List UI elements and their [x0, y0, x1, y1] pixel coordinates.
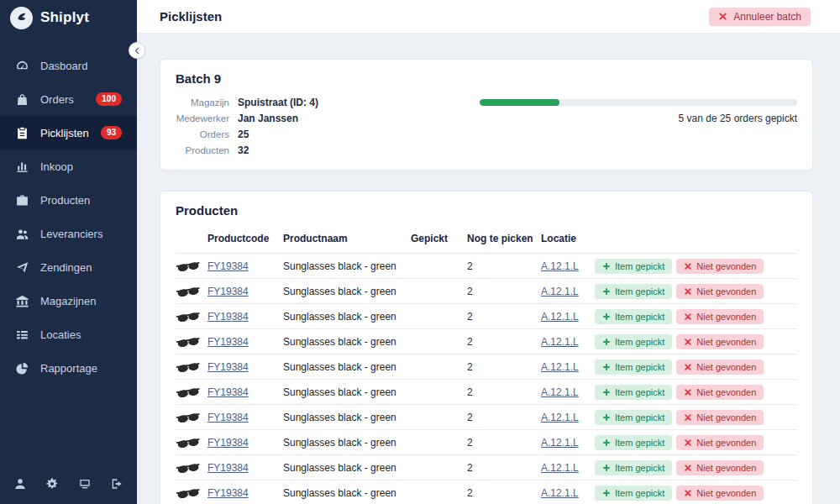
- sidebar-item-producten[interactable]: Producten: [0, 183, 137, 217]
- item-picked-button[interactable]: Item gepickt: [595, 460, 672, 475]
- product-location-link[interactable]: A.12.1.L: [541, 386, 595, 398]
- table-row: FY19384 Sunglasses black - green 2 A.12.…: [176, 404, 797, 429]
- not-found-button[interactable]: Niet gevonden: [676, 460, 764, 475]
- product-location-link[interactable]: A.12.1.L: [541, 336, 595, 348]
- product-name: Sunglasses black - green: [283, 487, 411, 499]
- sidebar-collapse-button[interactable]: [129, 42, 145, 59]
- not-found-button[interactable]: Niet gevonden: [676, 360, 764, 375]
- product-code-link[interactable]: FY19384: [207, 361, 283, 373]
- logout-button[interactable]: [110, 477, 123, 491]
- not-found-button[interactable]: Niet gevonden: [676, 284, 764, 299]
- sidebar-item-magazijnen[interactable]: Magazijnen: [0, 284, 137, 318]
- product-location-link[interactable]: A.12.1.L: [541, 412, 595, 423]
- dashboard-icon: [15, 59, 29, 73]
- products-card: Producten Productcode Productnaam Gepick…: [160, 191, 813, 504]
- not-found-label: Niet gevonden: [696, 362, 756, 372]
- x-icon: [718, 12, 727, 21]
- product-location-link[interactable]: A.12.1.L: [541, 311, 595, 323]
- x-icon: [684, 464, 692, 472]
- page-title: Picklijsten: [160, 9, 222, 24]
- row-actions: Item gepickt Niet gevonden: [595, 360, 797, 375]
- item-picked-button[interactable]: Item gepickt: [595, 410, 672, 425]
- app-root: Shiplyt Dasboard Orders 100 Picklijsten …: [0, 0, 840, 504]
- product-name: Sunglasses black - green: [283, 311, 411, 323]
- not-found-button[interactable]: Niet gevonden: [676, 435, 764, 450]
- col-gepickt: Gepickt: [411, 233, 467, 244]
- product-code-link[interactable]: FY19384: [207, 412, 283, 423]
- product-code-link[interactable]: FY19384: [207, 260, 283, 272]
- row-actions: Item gepickt Niet gevonden: [595, 385, 797, 400]
- product-name: Sunglasses black - green: [283, 437, 411, 449]
- plus-icon: [602, 438, 611, 447]
- product-name: Sunglasses black - green: [283, 462, 411, 474]
- item-picked-label: Item gepickt: [615, 312, 664, 322]
- warehouses-icon: [15, 294, 29, 308]
- sidebar-item-zendingen[interactable]: Zendingen: [0, 250, 137, 284]
- batch-field-label: Medewerker: [176, 113, 229, 124]
- user-button[interactable]: [13, 477, 27, 491]
- plus-icon: [602, 312, 611, 321]
- not-found-label: Niet gevonden: [696, 463, 756, 473]
- product-location-link[interactable]: A.12.1.L: [541, 462, 595, 474]
- product-image-sunglasses: [176, 487, 207, 499]
- table-row: FY19384 Sunglasses black - green 2 A.12.…: [176, 253, 797, 278]
- item-picked-button[interactable]: Item gepickt: [595, 435, 672, 450]
- item-picked-button[interactable]: Item gepickt: [595, 309, 672, 324]
- col-productcode: Productcode: [207, 233, 283, 244]
- shiplyt-logo-icon: [10, 7, 33, 29]
- product-location-link[interactable]: A.12.1.L: [541, 437, 595, 449]
- item-picked-button[interactable]: Item gepickt: [595, 334, 672, 349]
- cancel-batch-button[interactable]: Annuleer batch: [709, 8, 811, 26]
- settings-button[interactable]: [45, 477, 59, 491]
- product-location-link[interactable]: A.12.1.L: [541, 487, 595, 499]
- row-actions: Item gepickt Niet gevonden: [595, 284, 797, 299]
- table-row: FY19384 Sunglasses black - green 2 A.12.…: [176, 429, 797, 454]
- not-found-button[interactable]: Niet gevonden: [676, 410, 764, 425]
- product-code-link[interactable]: FY19384: [207, 286, 283, 297]
- x-icon: [684, 388, 692, 396]
- item-picked-button[interactable]: Item gepickt: [595, 259, 672, 274]
- not-found-button[interactable]: Niet gevonden: [676, 259, 764, 274]
- product-name: Sunglasses black - green: [283, 361, 411, 373]
- not-found-button[interactable]: Niet gevonden: [676, 385, 764, 400]
- table-row: FY19384 Sunglasses black - green 2 A.12.…: [176, 379, 797, 404]
- scanner-button[interactable]: [78, 477, 92, 491]
- item-picked-button[interactable]: Item gepickt: [595, 385, 672, 400]
- item-picked-button[interactable]: Item gepickt: [595, 284, 672, 299]
- not-found-button[interactable]: Niet gevonden: [676, 334, 764, 349]
- sidebar-item-orders[interactable]: Orders 100: [0, 82, 137, 116]
- product-code-link[interactable]: FY19384: [207, 487, 283, 499]
- product-code-link[interactable]: FY19384: [207, 336, 283, 348]
- product-remaining-count: 2: [467, 462, 541, 474]
- x-icon: [684, 338, 692, 346]
- product-code-link[interactable]: FY19384: [207, 386, 283, 398]
- product-code-link[interactable]: FY19384: [207, 437, 283, 449]
- orders-icon: [15, 92, 29, 107]
- products-icon: [15, 193, 29, 207]
- batch-field-label: Magazijn: [176, 97, 229, 108]
- x-icon: [684, 312, 692, 321]
- table-row: FY19384 Sunglasses black - green 2 A.12.…: [176, 480, 797, 504]
- sidebar-item-picklijsten[interactable]: Picklijsten 93: [0, 116, 137, 150]
- item-picked-button[interactable]: Item gepickt: [595, 360, 672, 375]
- plus-icon: [602, 413, 611, 422]
- x-icon: [684, 413, 692, 422]
- batch-progress-fill: [480, 99, 559, 106]
- not-found-button[interactable]: Niet gevonden: [676, 486, 764, 501]
- sidebar-item-leveranciers[interactable]: Leveranciers: [0, 217, 137, 250]
- sidebar-item-rapportage[interactable]: Rapportage: [0, 351, 137, 385]
- not-found-button[interactable]: Niet gevonden: [676, 309, 764, 324]
- purchase-icon: [15, 160, 29, 174]
- product-location-link[interactable]: A.12.1.L: [541, 286, 595, 297]
- product-code-link[interactable]: FY19384: [207, 462, 283, 474]
- product-image-sunglasses: [176, 336, 207, 348]
- x-icon: [684, 363, 692, 371]
- product-code-link[interactable]: FY19384: [207, 311, 283, 323]
- sidebar-footer: [0, 465, 137, 504]
- product-location-link[interactable]: A.12.1.L: [541, 361, 595, 373]
- product-location-link[interactable]: A.12.1.L: [541, 260, 595, 272]
- sidebar-item-dashboard[interactable]: Dasboard: [0, 49, 137, 82]
- sidebar-item-locaties[interactable]: Locaties: [0, 318, 137, 351]
- item-picked-button[interactable]: Item gepickt: [595, 486, 672, 501]
- sidebar-item-inkoop[interactable]: Inkoop: [0, 150, 137, 183]
